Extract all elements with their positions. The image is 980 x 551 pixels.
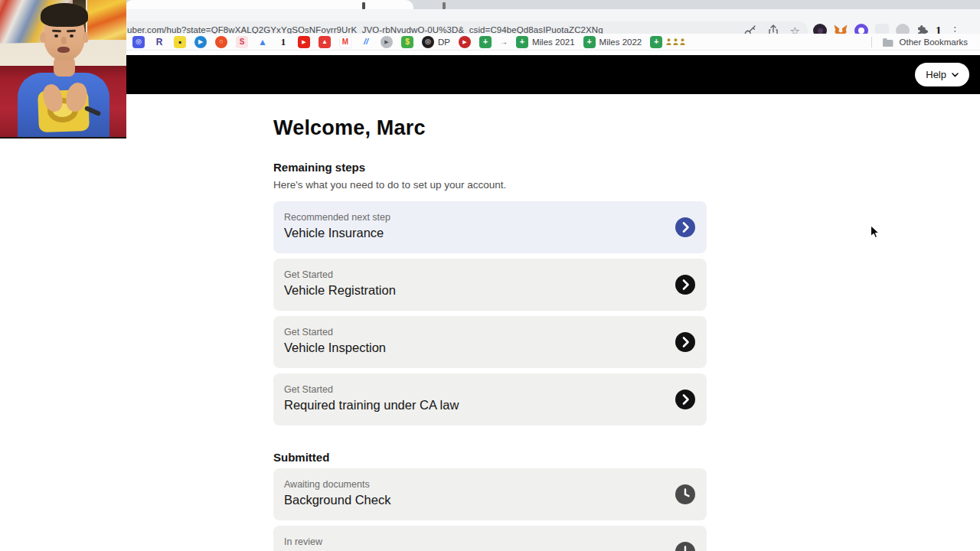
- bookmark-favicon: ▲: [318, 36, 331, 48]
- clock-icon: [675, 484, 695, 504]
- presenter-eye: [54, 34, 58, 37]
- chevron-right-icon[interactable]: [675, 390, 695, 409]
- bookmark-favicon: ▲: [256, 36, 269, 48]
- step-card-vehicle-inspection[interactable]: Get Started Vehicle Inspection: [273, 316, 707, 368]
- step-title: Vehicle Registration: [284, 283, 396, 298]
- bookmark-item[interactable]: ▶: [381, 36, 393, 48]
- help-button[interactable]: Help: [915, 63, 969, 86]
- step-label: Recommended next step: [284, 212, 390, 223]
- bookmark-item-miles-2021[interactable]: + Miles 2021: [516, 36, 575, 48]
- bookmark-favicon: S: [236, 36, 248, 48]
- bookmark-item-dp[interactable]: ◎ DP: [422, 36, 450, 48]
- bookmark-favicon: ○: [215, 36, 227, 48]
- presenter-ear: [40, 32, 46, 43]
- presenter-hair: [41, 3, 88, 27]
- bookmark-item[interactable]: ◎: [132, 36, 145, 48]
- bookmark-favicon: R: [153, 36, 165, 48]
- inactive-tab-fragment: [443, 2, 446, 9]
- bookmark-favicon: 1: [277, 36, 289, 48]
- step-title: Vehicle Inspection: [284, 341, 386, 355]
- bookmark-item-miles-2022[interactable]: + Miles 2022: [583, 36, 642, 48]
- step-label: In review: [284, 536, 322, 547]
- tab-strip[interactable]: [0, 0, 980, 9]
- person-icon: [673, 38, 678, 45]
- bookmark-favicon: ◎: [132, 36, 145, 48]
- step-card-required-training[interactable]: Get Started Required training under CA l…: [273, 373, 707, 425]
- bookmark-item-gmail[interactable]: M: [339, 36, 351, 48]
- active-tab[interactable]: [125, 0, 413, 9]
- bookmark-favicon: ▪: [174, 36, 186, 48]
- bookmark-item[interactable]: R: [153, 36, 165, 48]
- chevron-down-icon: [952, 73, 959, 77]
- bookmark-item[interactable]: S: [236, 36, 248, 48]
- sheets-favicon: +: [516, 36, 528, 48]
- person-icon: [666, 38, 671, 45]
- youtube-favicon: ▶: [298, 36, 310, 48]
- bookmark-item[interactable]: ▶: [459, 36, 471, 48]
- presenter-mouth: [57, 47, 70, 53]
- people-icons: [666, 38, 685, 45]
- webcam-overlay: [0, 0, 126, 139]
- step-title: Required training under CA law: [284, 398, 459, 412]
- chevron-right-icon[interactable]: [675, 275, 695, 295]
- bookmark-item[interactable]: ○: [215, 36, 227, 48]
- bookmark-item[interactable]: $: [401, 36, 413, 48]
- bookmark-item[interactable]: ▲: [318, 36, 331, 48]
- bookmark-item-youtube[interactable]: ▶: [298, 36, 310, 48]
- welcome-heading: Welcome, Marc: [273, 116, 426, 140]
- sheets-favicon: +: [583, 36, 596, 48]
- step-label: Get Started: [284, 269, 333, 280]
- presenter-nose: [61, 37, 67, 44]
- bookmarks-divider: [871, 37, 872, 47]
- step-card-vehicle-registration[interactable]: Get Started Vehicle Registration: [273, 259, 707, 311]
- person-icon: [680, 38, 685, 45]
- bookmark-favicon: ▶: [459, 36, 471, 48]
- bookmark-favicon: //: [360, 36, 372, 48]
- bookmark-label: DP: [438, 37, 450, 47]
- browser-window: uber.com/hub?state=QF8wXALQ2GYxYgSOsNFoy…: [0, 0, 980, 551]
- chevron-right-icon[interactable]: [675, 217, 695, 237]
- step-label: Get Started: [284, 384, 333, 395]
- remaining-steps-list: Recommended next step Vehicle Insurance …: [273, 201, 707, 431]
- step-title: Background Check: [284, 493, 390, 507]
- submitted-steps-list: Awaiting documents Background Check In r…: [273, 468, 707, 551]
- folder-icon: [882, 37, 894, 47]
- help-button-label: Help: [926, 69, 946, 80]
- chevron-right-icon[interactable]: [675, 332, 695, 352]
- site-header: Help: [0, 55, 980, 94]
- bookmark-item-people[interactable]: +: [650, 36, 685, 48]
- other-bookmarks[interactable]: Other Bookmarks: [871, 34, 968, 51]
- bookmarks-bar: ◎ R ▪ ▶ ○ S ▲ 1 ▶ ▲ M // ▶ $ ◎ DP ▶ + → …: [0, 34, 980, 51]
- remaining-steps-heading: Remaining steps: [273, 161, 365, 174]
- browser-toolbar: uber.com/hub?state=QF8wXALQ2GYxYgSOsNFoy…: [0, 9, 980, 34]
- arrow-favicon: →: [500, 36, 508, 48]
- sheets-favicon: +: [650, 36, 662, 48]
- bookmark-label: Miles 2022: [599, 37, 642, 47]
- step-card-vehicle-insurance[interactable]: Recommended next step Vehicle Insurance: [273, 201, 707, 253]
- submitted-heading: Submitted: [273, 451, 329, 464]
- bookmark-item[interactable]: //: [360, 36, 372, 48]
- bookmark-item[interactable]: →: [500, 36, 508, 48]
- step-label: Awaiting documents: [284, 479, 370, 490]
- clock-icon: [675, 542, 695, 551]
- wall-painting: [87, 0, 126, 40]
- bookmark-item[interactable]: 1: [277, 36, 289, 48]
- bookmark-favicon: ▶: [381, 36, 393, 48]
- other-bookmarks-label: Other Bookmarks: [900, 37, 968, 47]
- bookmark-favicon: $: [401, 36, 413, 48]
- bookmark-item[interactable]: ▶: [194, 36, 207, 48]
- tab-title-fragment: [362, 2, 365, 9]
- sheets-favicon: +: [479, 36, 492, 48]
- presenter-eye: [70, 34, 74, 37]
- bookmark-favicon: ▶: [194, 36, 207, 48]
- bookmark-item[interactable]: +: [479, 36, 492, 48]
- step-card-background-check[interactable]: Awaiting documents Background Check: [273, 468, 707, 520]
- step-card-in-review[interactable]: In review: [273, 526, 707, 551]
- bookmark-favicon: ◎: [422, 36, 434, 48]
- bookmark-item[interactable]: ▲: [256, 36, 269, 48]
- bookmark-item[interactable]: ▪: [174, 36, 186, 48]
- presenter-ear: [83, 32, 89, 43]
- remaining-steps-subtitle: Here's what you need to do to set up you…: [273, 179, 506, 191]
- step-label: Get Started: [284, 327, 333, 337]
- step-title: Vehicle Insurance: [284, 226, 384, 240]
